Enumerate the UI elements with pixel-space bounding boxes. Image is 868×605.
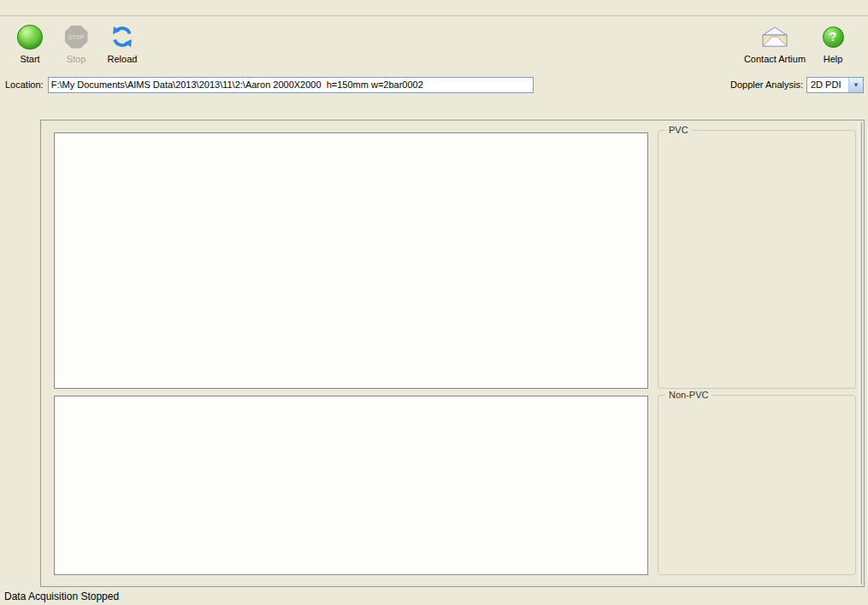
pvc-group-title: PVC [665, 125, 692, 135]
menu-bar [0, 0, 868, 16]
doppler-analysis-label: Doppler Analysis: [730, 79, 803, 90]
sidebar [7, 104, 38, 583]
start-button[interactable]: Start [9, 21, 51, 64]
status-bar: Data Acquisition Stopped [0, 588, 868, 605]
tab-page-pdi-volume: PVC Non-PVC [40, 120, 865, 587]
reload-icon [101, 21, 144, 52]
help-button[interactable]: ? Help [812, 21, 854, 64]
stop-button[interactable]: STOP Stop [55, 21, 97, 64]
location-label: Location: [5, 79, 44, 90]
pvc-stats-group: PVC [658, 130, 856, 389]
stop-label: Stop [55, 54, 97, 64]
doppler-analysis-value: 2D PDI [807, 78, 848, 92]
contact-artium-button[interactable]: Contact Artium [741, 21, 808, 64]
reload-label: Reload [101, 54, 144, 64]
non-pvc-stats-group: Non-PVC [658, 395, 856, 575]
contact-artium-label: Contact Artium [741, 54, 808, 64]
aims-application-window: { "menu": { "items": ["File", "Edit", "E… [0, 0, 868, 605]
help-label: Help [812, 54, 854, 64]
reload-button[interactable]: Reload [101, 21, 144, 64]
vertical-splitter[interactable] [859, 122, 862, 584]
help-icon: ? [812, 21, 854, 52]
non-pvc-group-title: Non-PVC [665, 390, 712, 400]
envelope-icon [741, 21, 808, 52]
start-icon [9, 21, 51, 52]
status-text: Data Acquisition Stopped [4, 590, 119, 602]
non-pvc-volume-chart-panel [54, 396, 648, 575]
stop-icon: STOP [55, 21, 97, 52]
location-input[interactable] [48, 77, 534, 93]
doppler-analysis-select[interactable]: 2D PDI ▼ [806, 77, 864, 93]
start-label: Start [9, 54, 51, 64]
location-bar: Location: Doppler Analysis: 2D PDI ▼ [0, 75, 868, 94]
toolbar: Start STOP Stop Reload Contact Artium ? … [0, 17, 868, 73]
chevron-down-icon[interactable]: ▼ [848, 78, 863, 92]
pvc-volume-chart-panel [54, 132, 648, 389]
